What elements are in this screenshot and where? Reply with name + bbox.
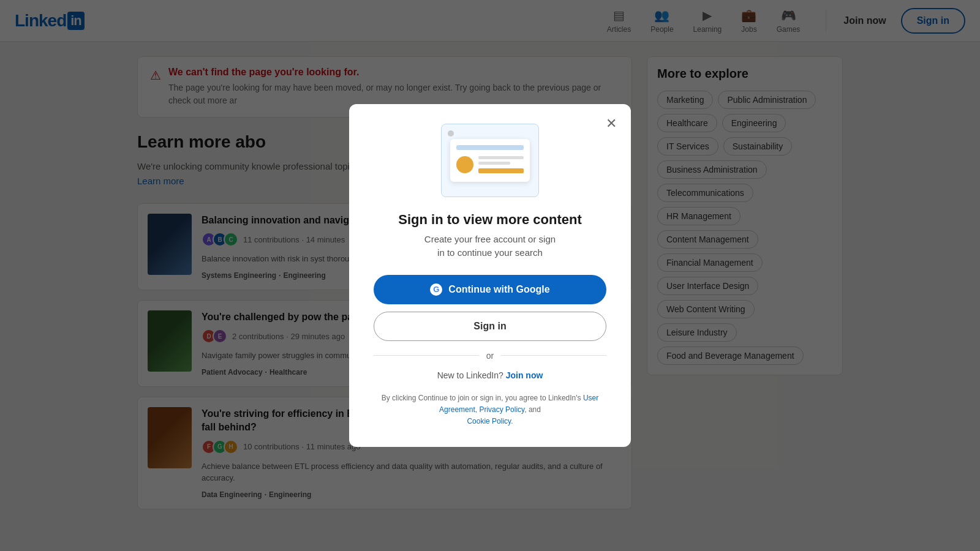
card-lines bbox=[478, 156, 524, 176]
privacy-policy-link[interactable]: Privacy Policy bbox=[479, 405, 524, 414]
modal-join-text: New to LinkedIn? Join now bbox=[374, 370, 606, 380]
join-now-modal-link[interactable]: Join now bbox=[506, 370, 543, 380]
google-button-label: Continue with Google bbox=[448, 284, 549, 295]
card-line bbox=[478, 156, 524, 159]
modal-or-divider: or bbox=[374, 351, 606, 361]
card-illustration bbox=[441, 124, 539, 197]
modal-close-button[interactable]: ✕ bbox=[601, 114, 621, 133]
modal-title: Sign in to view more content bbox=[374, 212, 606, 228]
card-header-bar bbox=[456, 145, 524, 150]
cookie-policy-link[interactable]: Cookie Policy bbox=[467, 417, 511, 425]
or-line-left bbox=[374, 355, 479, 356]
or-text: or bbox=[486, 351, 494, 361]
card-avatar bbox=[456, 156, 473, 173]
card-highlight-line bbox=[478, 168, 524, 173]
card-inner bbox=[450, 139, 530, 182]
modal-illustration bbox=[374, 124, 606, 197]
card-avatar-row bbox=[456, 156, 524, 176]
or-line-right bbox=[501, 355, 606, 356]
google-icon: G bbox=[430, 283, 442, 296]
modal-legal-text: By clicking Continue to join or sign in,… bbox=[374, 392, 606, 428]
signin-modal: ✕ Sign in to view more con bbox=[349, 104, 631, 448]
modal-overlay[interactable]: ✕ Sign in to view more con bbox=[0, 0, 980, 551]
signin-modal-button[interactable]: Sign in bbox=[374, 312, 606, 341]
continue-with-google-button[interactable]: G Continue with Google bbox=[374, 275, 606, 304]
card-dot bbox=[448, 130, 454, 137]
card-line bbox=[478, 162, 510, 165]
modal-subtitle: Create your free account or sign in to c… bbox=[374, 233, 606, 260]
